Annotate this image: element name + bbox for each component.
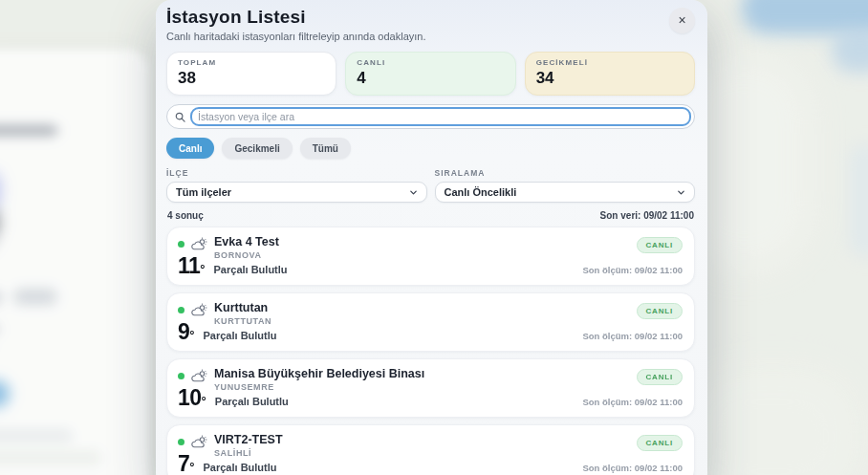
station-temperature: 7 — [178, 451, 189, 475]
stat-card-live: CANLI 4 — [345, 52, 515, 96]
weather-condition: Parçalı Bulutlu — [215, 396, 289, 407]
stat-label: TOPLAM — [178, 58, 325, 67]
last-measurement: Son ölçüm: 09/02 11:00 — [582, 331, 683, 341]
sort-filter: SIRALAMA Canlı Öncelikli — [435, 168, 696, 203]
station-card[interactable]: VIRT2-TEST SALİHLİ CANLI 7° Parçalı Bulu… — [166, 424, 695, 475]
station-card[interactable]: Kurttutan KURTTUTAN CANLI 9° Parçalı Bul… — [166, 292, 695, 352]
chevron-down-icon — [677, 188, 685, 197]
page-title: İstasyon Listesi — [166, 7, 695, 28]
sort-select-value: Canlı Öncelikli — [445, 186, 517, 198]
status-badge: CANLI — [637, 435, 683, 451]
filters-row: İLÇE Tüm ilçeler SIRALAMA Canlı Öncelikl… — [166, 168, 695, 203]
stat-value: 4 — [357, 69, 504, 88]
stat-value: 34 — [536, 69, 684, 88]
station-list-modal: İstasyon Listesi Canlı haritadaki istasy… — [156, 0, 707, 475]
station-temperature: 9 — [178, 319, 189, 345]
weather-condition: Parçalı Bulutlu — [204, 462, 277, 473]
status-badge: CANLI — [637, 237, 683, 253]
partly-cloudy-icon — [191, 435, 207, 449]
station-temperature: 10 — [178, 385, 202, 411]
partly-cloudy-icon — [191, 237, 207, 251]
stat-card-delayed: GECİKMELİ 34 — [525, 52, 695, 96]
search-bar — [166, 104, 695, 129]
live-status-dot — [178, 439, 184, 445]
stat-label: CANLI — [357, 58, 504, 67]
status-badge: CANLI — [637, 303, 683, 319]
district-select[interactable]: Tüm ilçeler — [166, 182, 427, 203]
last-measurement: Son ölçüm: 09/02 11:00 — [582, 397, 683, 407]
stat-value: 38 — [178, 69, 325, 88]
stat-card-total: TOPLAM 38 — [166, 52, 336, 96]
stat-label: GECİKMELİ — [536, 58, 684, 67]
station-name: Kurttutan — [214, 301, 271, 314]
page-subtitle: Canlı haritadaki istasyonları filtreleyi… — [166, 31, 695, 42]
live-status-dot — [178, 373, 184, 379]
degree-symbol: ° — [189, 328, 194, 342]
status-badge: CANLI — [637, 369, 683, 385]
chip-all[interactable]: Tümü — [300, 138, 351, 159]
partly-cloudy-icon — [191, 369, 207, 383]
sort-label: SIRALAMA — [435, 168, 696, 178]
station-name: Manisa Büyükşehir Belediyesi Binası — [214, 367, 424, 380]
station-card[interactable]: Manisa Büyükşehir Belediyesi Binası YUNU… — [166, 358, 695, 418]
weather-condition: Parçalı Bulutlu — [204, 330, 277, 341]
search-input[interactable] — [190, 107, 691, 126]
station-name: VIRT2-TEST — [214, 433, 283, 446]
partly-cloudy-icon — [191, 303, 207, 317]
last-data-timestamp: Son veri: 09/02 11:00 — [600, 210, 694, 221]
station-temperature: 11 — [178, 253, 200, 279]
degree-symbol: ° — [189, 460, 194, 474]
district-label: İLÇE — [166, 168, 427, 178]
chevron-down-icon — [409, 188, 418, 197]
filter-chips: Canlı Gecikmeli Tümü — [166, 138, 695, 159]
results-count: 4 sonuç — [167, 210, 204, 221]
live-status-dot — [178, 241, 184, 248]
sort-select[interactable]: Canlı Öncelikli — [435, 182, 696, 203]
degree-symbol: ° — [202, 394, 206, 408]
district-filter: İLÇE Tüm ilçeler — [166, 168, 427, 203]
chip-live[interactable]: Canlı — [166, 138, 214, 159]
station-name: Evka 4 Test — [214, 235, 279, 248]
weather-condition: Parçalı Bulutlu — [214, 264, 288, 275]
chip-delayed[interactable]: Gecikmeli — [222, 138, 292, 159]
last-measurement: Son ölçüm: 09/02 11:00 — [582, 463, 683, 473]
district-select-value: Tüm ilçeler — [176, 186, 231, 198]
station-card[interactable]: Evka 4 Test BORNOVA CANLI 11° Parçalı Bu… — [166, 227, 695, 286]
stats-row: TOPLAM 38 CANLI 4 GECİKMELİ 34 — [166, 52, 695, 96]
last-measurement: Son ölçüm: 09/02 11:00 — [582, 265, 683, 275]
close-button[interactable]: × — [669, 8, 695, 33]
close-icon: × — [678, 12, 685, 28]
station-list: Evka 4 Test BORNOVA CANLI 11° Parçalı Bu… — [166, 227, 695, 475]
live-status-dot — [178, 307, 184, 313]
search-icon — [175, 112, 185, 122]
degree-symbol: ° — [200, 262, 205, 276]
results-meta: 4 sonuç Son veri: 09/02 11:00 — [166, 210, 695, 221]
